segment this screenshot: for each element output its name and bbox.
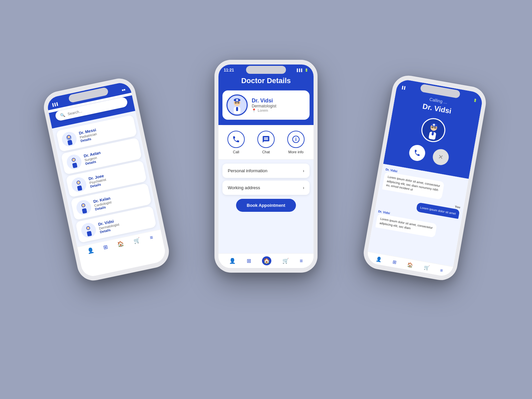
doctor-detail-location: 📍 Lorem (252, 108, 276, 113)
more-info-label: More info (288, 150, 304, 154)
nav-menu-icon[interactable]: ≡ (149, 234, 154, 241)
chat-area: Dr. Vidsi Lorem ipsum dolor sit amet, co… (368, 164, 469, 267)
avatar (80, 221, 97, 239)
nav-home-icon[interactable]: 🏠 (117, 240, 125, 248)
personal-info-label: Personal information (228, 168, 267, 173)
svg-rect-15 (87, 231, 92, 236)
svg-rect-9 (77, 185, 82, 191)
doctor-info: Dr. Messi Pediatrician Details (78, 127, 98, 143)
center-wifi-icon: 🔋 (305, 68, 308, 72)
svg-rect-27 (236, 107, 238, 111)
nav-person-icon[interactable]: 👤 (229, 258, 236, 264)
svg-point-30 (296, 138, 296, 138)
info-icon (287, 131, 305, 148)
book-appointment-button[interactable]: Book Appointment (236, 199, 296, 212)
nav-menu-icon[interactable]: ≡ (300, 258, 303, 264)
phone-left: ▌▌▌ ■■ 🔍 (41, 75, 172, 284)
call-button[interactable]: Call (227, 131, 245, 154)
search-icon: 🔍 (60, 112, 66, 118)
personal-info-row[interactable]: Personal information › (222, 164, 310, 178)
doctor-info: Dr. Vidsi Dermatologist Details (98, 218, 120, 234)
decline-call-button[interactable]: ✕ (431, 148, 450, 167)
doctor-detail-specialty: Dermatologist (252, 104, 276, 108)
scene: ▌▌▌ ■■ 🔍 (33, 33, 499, 366)
left-signal-icon: ▌▌▌ (52, 102, 59, 107)
doctor-info: Dr. Kelan Cardiologist Details (93, 196, 113, 211)
call-icon (227, 131, 245, 148)
chat-icon (257, 131, 275, 148)
working-address-label: Working address (228, 185, 260, 190)
nav-grid-icon[interactable]: ⊞ (103, 244, 108, 251)
more-info-button[interactable]: More info (287, 131, 305, 154)
calling-avatar (419, 116, 447, 144)
avatar (66, 153, 83, 171)
bottom-nav: 👤 ⊞ 🏠 🛒 ≡ (218, 253, 314, 268)
working-address-row[interactable]: Working address › (222, 181, 310, 195)
doctor-info: Dr. Joee Psychiatrist Details (88, 173, 107, 189)
calling-screen: ▌▌ 🔋 Calling ... Dr. Vidsi (383, 78, 483, 179)
doctor-detail-name: Dr. Vidsi (252, 98, 276, 104)
decline-icon: ✕ (438, 153, 444, 161)
doctor-info: Dr. Aelan Surgeon Details (83, 150, 102, 166)
svg-rect-3 (67, 140, 73, 145)
phone-center: 11:21 ▌▌▌ 🔋 Doctor Details (214, 60, 318, 273)
nav-person-icon[interactable]: 👤 (86, 247, 94, 254)
svg-rect-6 (72, 163, 77, 168)
nav-grid-icon[interactable]: ⊞ (247, 258, 251, 264)
center-signal-icon: ▌▌▌ (297, 68, 303, 72)
nav-cart-icon[interactable]: 🛒 (423, 265, 430, 271)
chevron-right-icon: › (303, 185, 304, 190)
doctor-card-info: Dr. Vidsi Dermatologist 📍 Lorem (252, 98, 276, 113)
svg-rect-20 (236, 100, 238, 100)
nav-cart-icon[interactable]: 🛒 (282, 258, 289, 264)
call-label: Call (233, 150, 239, 154)
left-battery-icon: ■■ (121, 88, 126, 92)
avatar (61, 130, 78, 148)
accept-call-button[interactable] (408, 144, 426, 162)
location-icon: 📍 (252, 108, 256, 113)
nav-person-icon[interactable]: 👤 (376, 256, 382, 262)
phone-right: ▌▌ 🔋 Calling ... Dr. Vidsi (361, 73, 488, 283)
nav-menu-icon[interactable]: ≡ (440, 267, 443, 273)
doctor-card: Dr. Vidsi Dermatologist 📍 Lorem (222, 90, 310, 120)
page-title: Doctor Details (218, 74, 314, 90)
phone-left-screen: ▌▌▌ ■■ 🔍 (46, 81, 167, 278)
nav-cart-icon[interactable]: 🛒 (133, 237, 141, 244)
avatar (70, 176, 87, 193)
chat-button[interactable]: Chat (257, 131, 275, 154)
right-battery-icon: 🔋 (473, 98, 477, 102)
phone-right-screen: ▌▌ 🔋 Calling ... Dr. Vidsi (366, 78, 484, 278)
chevron-right-icon: › (303, 168, 304, 173)
svg-rect-12 (82, 208, 87, 214)
svg-point-22 (238, 102, 239, 103)
svg-point-21 (235, 102, 236, 103)
nav-home-icon[interactable]: 🏠 (262, 256, 271, 265)
action-buttons: Call Chat (218, 125, 314, 159)
center-time: 11:21 (224, 68, 234, 72)
phone-center-screen: 11:21 ▌▌▌ 🔋 Doctor Details (218, 65, 314, 268)
chat-label: Chat (262, 150, 270, 154)
avatar (75, 199, 92, 216)
svg-rect-29 (296, 139, 296, 141)
nav-grid-icon[interactable]: ⊞ (392, 259, 397, 265)
right-signal-icon: ▌▌ (402, 86, 406, 90)
nav-home-icon[interactable]: 🏠 (407, 262, 414, 268)
doctor-card-avatar (226, 94, 248, 116)
